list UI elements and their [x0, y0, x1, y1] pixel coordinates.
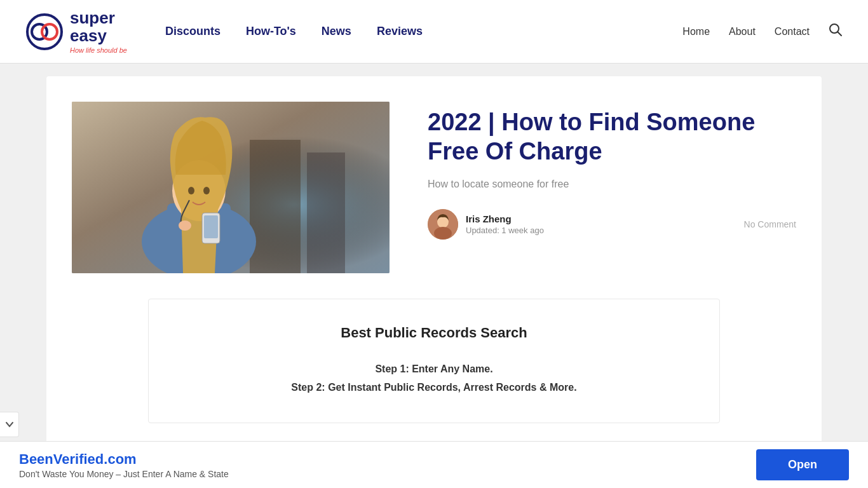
no-comment: No Comment — [744, 219, 796, 229]
article-header: 2022 | How to Find Someone Free Of Charg… — [72, 102, 796, 273]
author-area: Iris Zheng Updated: 1 week ago — [428, 209, 544, 240]
main-container: 2022 | How to Find Someone Free Of Charg… — [21, 64, 847, 461]
svg-line-4 — [838, 32, 842, 36]
svg-rect-8 — [307, 152, 345, 273]
article-info: 2022 | How to Find Someone Free Of Charg… — [428, 102, 796, 240]
logo-brand: super easy — [70, 9, 127, 45]
svg-point-19 — [434, 227, 452, 240]
header-right: Home About Contact — [682, 23, 843, 40]
svg-rect-15 — [204, 215, 218, 238]
article-image — [72, 102, 390, 273]
chevron-down-icon — [5, 420, 14, 429]
author-name: Iris Zheng — [466, 214, 544, 224]
nav-about[interactable]: About — [729, 26, 756, 37]
svg-point-16 — [179, 220, 191, 231]
author-updated: Updated: 1 week ago — [466, 226, 544, 235]
nav-contact[interactable]: Contact — [775, 26, 810, 37]
nav-reviews[interactable]: Reviews — [377, 25, 423, 38]
search-button[interactable] — [829, 23, 843, 40]
logo-link[interactable]: super easy How life should be — [25, 9, 127, 54]
nav-news[interactable]: News — [322, 25, 351, 38]
ad-bar: BeenVerified.com Don't Waste You Money –… — [0, 441, 868, 461]
svg-point-13 — [203, 187, 210, 194]
nav-howtos[interactable]: How-To's — [246, 25, 296, 38]
logo-text: super easy How life should be — [70, 9, 127, 54]
collapse-button[interactable] — [0, 412, 19, 437]
svg-rect-7 — [250, 140, 301, 273]
content-box: Best Public Records Search Step 1: Enter… — [148, 299, 720, 423]
article-title: 2022 | How to Find Someone Free Of Charg… — [428, 108, 796, 166]
main-nav: Discounts How-To's News Reviews — [165, 25, 423, 38]
search-icon — [829, 23, 843, 37]
header-left: super easy How life should be Discounts … — [25, 9, 423, 54]
step2-text: Step 2: Get Instant Public Records, Arre… — [291, 382, 576, 393]
content-box-title: Best Public Records Search — [174, 325, 694, 341]
site-header: super easy How life should be Discounts … — [0, 0, 868, 64]
logo-icon — [25, 13, 64, 51]
article-meta: Iris Zheng Updated: 1 week ago No Commen… — [428, 209, 796, 240]
author-avatar — [428, 209, 458, 240]
nav-home[interactable]: Home — [682, 26, 710, 37]
step1-text: Step 1: Enter Any Name. — [375, 363, 492, 374]
article-image-svg — [72, 102, 390, 273]
ad-bar-left: BeenVerified.com Don't Waste You Money –… — [19, 451, 229, 461]
content-card: 2022 | How to Find Someone Free Of Charg… — [46, 76, 822, 449]
svg-point-12 — [188, 187, 194, 194]
author-details: Iris Zheng Updated: 1 week ago — [466, 214, 544, 235]
svg-point-2 — [42, 24, 57, 39]
ad-site-link[interactable]: BeenVerified.com — [19, 451, 229, 461]
article-subtitle: How to locate someone for free — [428, 179, 796, 190]
logo-tagline: How life should be — [70, 46, 127, 54]
content-box-steps: Step 1: Enter Any Name. Step 2: Get Inst… — [174, 360, 694, 397]
ad-open-button[interactable]: Open — [756, 449, 849, 461]
nav-discounts[interactable]: Discounts — [165, 25, 220, 38]
